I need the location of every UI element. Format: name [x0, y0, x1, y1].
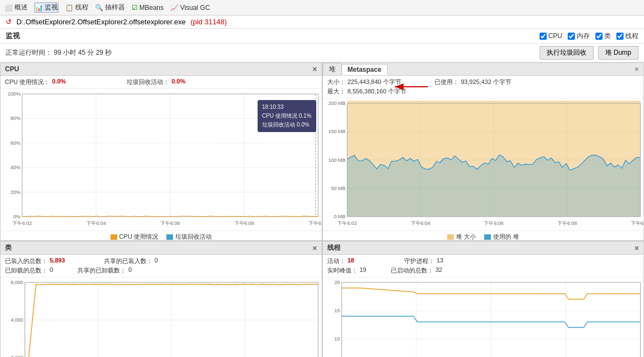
- cpu-chart-container: 18:10:33 CPU 使用情况 0.1% 垃圾回收活动 0.0%: [1, 89, 322, 230]
- threads-checkbox[interactable]: [616, 33, 624, 40]
- toolbar-overview[interactable]: ⬜ 概述: [4, 3, 28, 12]
- uptime-bar: 正常运行时间： 99 小时 45 分 29 秒 执行垃圾回收 堆 Dump: [0, 44, 644, 62]
- toolbar-mbeans-label: MBeans: [139, 4, 164, 12]
- classes-chart: [3, 280, 322, 357]
- threads-panel-close[interactable]: ×: [635, 244, 639, 253]
- classes-panel-stats: 已装入的总数： 5,893 共享的已装入数： 0 已卸载的总数： 0 共享的已卸…: [1, 255, 322, 277]
- heap-dump-button[interactable]: 堆 Dump: [598, 46, 638, 60]
- heap-legend: 堆 大小 使用的 堆: [323, 230, 644, 241]
- thread-icon: 📋: [65, 4, 74, 12]
- heap-used-stat: 已使用： 93,925,432 个字节: [434, 78, 511, 86]
- home-icon: ⬜: [4, 4, 13, 12]
- uptime-value: 99 小时 45 分 29 秒: [54, 49, 112, 56]
- threads-chart-container: [323, 277, 644, 357]
- threads-active-stat: 活动： 18: [327, 257, 354, 265]
- classes-panel-title: 类: [5, 243, 12, 253]
- cpu-panel-title: CPU: [5, 65, 19, 73]
- heap-legend-size: 堆 大小: [447, 233, 476, 241]
- cpu-panel-close[interactable]: ×: [312, 65, 317, 74]
- cpu-checkbox-label[interactable]: CPU: [540, 32, 562, 40]
- heap-legend-color-used: [484, 234, 491, 240]
- memory-checkbox[interactable]: [568, 33, 575, 40]
- memory-checkbox-label[interactable]: 内存: [568, 32, 590, 41]
- memory-label: 内存: [577, 32, 590, 41]
- classes-shared-loaded-stat: 共享的已装入数： 0: [104, 257, 158, 265]
- classes-unloaded-label: 已卸载的总数：: [5, 266, 48, 275]
- threads-label: 线程: [625, 32, 638, 41]
- threads-panel-header: 线程 ×: [323, 242, 644, 255]
- heap-chart: [325, 101, 645, 230]
- toolbar-monitor-label: 监视: [45, 3, 58, 12]
- heap-size-value: 225,443,840 个字节: [348, 78, 401, 86]
- heap-legend-used-label: 使用的 堆: [493, 233, 519, 241]
- title-bar: ↺ D:.OffsetExplorer2.OffsetExplorer2.off…: [0, 15, 644, 29]
- classes-chart-container: [1, 277, 322, 357]
- toolbar-visualgc-label: Visual GC: [180, 4, 210, 12]
- heap-used-label: 已使用：: [434, 78, 459, 86]
- mbeans-icon: ☑: [132, 4, 138, 12]
- classes-shared-unloaded-label: 共享的已卸载数：: [77, 266, 126, 275]
- toolbar-overview-label: 概述: [14, 3, 28, 12]
- cpu-usage-value: 0.0%: [52, 78, 66, 86]
- cpu-checkbox[interactable]: [540, 33, 547, 40]
- toolbar-sampler[interactable]: 🔍 抽样器: [95, 3, 125, 12]
- classes-panel: 类 × 已装入的总数： 5,893 共享的已装入数： 0 已卸载的总数： 0 共…: [0, 241, 322, 357]
- heap-chart-container: [323, 98, 644, 230]
- cpu-label: CPU: [548, 32, 562, 40]
- toolbar-threads[interactable]: 📋 线程: [65, 3, 88, 12]
- threads-daemon-value: 13: [437, 257, 443, 265]
- cpu-legend-gc: 垃圾回收活动: [166, 233, 212, 241]
- visualgc-icon: 📈: [170, 4, 179, 12]
- threads-peak-value: 19: [360, 266, 366, 275]
- cpu-panel-inner: CPU × CPU 使用情况： 0.0% 垃圾回收活动： 0.0% 18:10:…: [1, 63, 322, 240]
- heap-legend-size-label: 堆 大小: [456, 233, 476, 241]
- cpu-panel-header: CPU ×: [1, 63, 322, 76]
- cpu-legend-color-cpu: [111, 234, 117, 240]
- toolbar-sampler-label: 抽样器: [105, 3, 125, 12]
- uptime-label: 正常运行时间：: [6, 49, 52, 56]
- threads-daemon-label: 守护进程：: [404, 257, 434, 265]
- classes-checkbox-label[interactable]: 类: [595, 32, 611, 41]
- classes-checkbox[interactable]: [595, 33, 603, 40]
- cpu-legend: CPU 使用情况 垃圾回收活动: [1, 230, 322, 241]
- app-path: D:.OffsetExplorer2.OffsetExplorer2.offse…: [17, 18, 186, 26]
- classes-shared-unloaded-value: 0: [128, 266, 132, 275]
- cpu-panel-stats: CPU 使用情况： 0.0% 垃圾回收活动： 0.0%: [1, 76, 322, 89]
- threads-active-value: 18: [348, 257, 354, 265]
- threads-total-value: 32: [436, 266, 442, 275]
- heap-max-stat: 最大： 8,556,380,160 个字节: [327, 87, 640, 96]
- threads-panel-inner: 线程 × 活动： 18 守护进程： 13 实时峰值： 19 已启动的总数： 32: [323, 242, 644, 357]
- monitor-header: 监视 CPU 内存 类 线程: [0, 29, 644, 44]
- uptime-display: 正常运行时间： 99 小时 45 分 29 秒: [6, 48, 112, 57]
- threads-panel: 线程 × 活动： 18 守护进程： 13 实时峰值： 19 已启动的总数： 32: [322, 241, 645, 357]
- heap-tab[interactable]: 堆: [323, 63, 342, 75]
- threads-checkbox-label[interactable]: 线程: [616, 32, 638, 41]
- app-pid: (pid 31148): [191, 18, 227, 26]
- metaspace-tab[interactable]: Metaspace: [342, 64, 388, 75]
- classes-shared-loaded-label: 共享的已装入数：: [104, 257, 153, 265]
- heap-size-label: 大小：: [327, 78, 345, 86]
- cpu-legend-gc-label: 垃圾回收活动: [175, 233, 212, 241]
- threads-active-label: 活动：: [327, 257, 345, 265]
- toolbar-monitor[interactable]: 📊 监视: [34, 2, 59, 13]
- gc-button[interactable]: 执行垃圾回收: [540, 46, 594, 60]
- classes-shared-loaded-value: 0: [155, 257, 158, 265]
- toolbar-visualgc[interactable]: 📈 Visual GC: [170, 4, 210, 12]
- threads-peak-stat: 实时峰值： 19 已启动的总数： 32: [327, 266, 640, 275]
- gc-activity-label: 垃圾回收活动：: [127, 78, 169, 86]
- heap-panel-stats: 大小： 225,443,840 个字节 已使用： 93,925,432 个字节 …: [323, 76, 644, 98]
- panels-grid: CPU × CPU 使用情况： 0.0% 垃圾回收活动： 0.0% 18:10:…: [0, 62, 644, 357]
- toolbar-threads-label: 线程: [75, 3, 88, 12]
- classes-label: 类: [604, 32, 611, 41]
- gc-activity-stat: 垃圾回收活动： 0.0%: [127, 78, 185, 86]
- toolbar-mbeans[interactable]: ☑ MBeans: [132, 4, 164, 12]
- threads-daemon-stat: 守护进程： 13: [404, 257, 443, 265]
- classes-panel-close[interactable]: ×: [312, 244, 317, 253]
- monitor-icon: 📊: [35, 4, 43, 12]
- heap-max-label: 最大：: [327, 87, 345, 96]
- threads-peak-label: 实时峰值：: [327, 266, 358, 275]
- cpu-usage-label: CPU 使用情况：: [5, 78, 50, 86]
- heap-panel-close[interactable]: ×: [635, 65, 639, 74]
- threads-chart: [325, 280, 645, 357]
- heap-max-value: 8,556,380,160 个字节: [348, 87, 406, 96]
